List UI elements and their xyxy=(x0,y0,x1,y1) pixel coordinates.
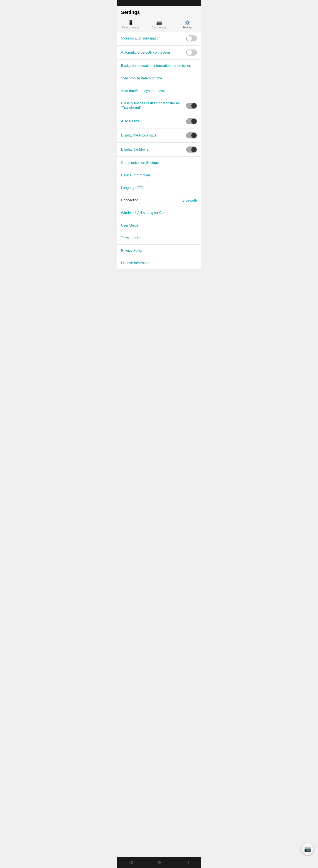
tab-settings[interactable]: ⚙️ Settings xyxy=(173,19,201,31)
connection-label: Connection xyxy=(121,198,182,203)
wireless-lan-label: Wireless LAN setting for Camera xyxy=(121,211,197,215)
connection-value: Bluetooth xyxy=(182,198,197,203)
display-raw-toggle[interactable] xyxy=(186,132,197,138)
setting-auto-date-sync[interactable]: Auto date/time synchronization xyxy=(117,85,201,97)
device-images-icon: 📱 xyxy=(128,21,134,25)
settings-list: Store location information Automatic Blu… xyxy=(117,31,201,269)
store-location-label: Store location information xyxy=(121,36,186,41)
page-title: Settings xyxy=(121,9,197,15)
setting-store-location[interactable]: Store location information xyxy=(117,31,201,45)
setting-terms[interactable]: Terms of Use xyxy=(117,232,201,245)
tab-cam-images-label: Cam images xyxy=(152,26,166,29)
auto-bluetooth-toggle[interactable] xyxy=(186,50,197,56)
setting-user-guide[interactable]: User Guide xyxy=(117,219,201,232)
classify-images-label: Classify images resized on transfer as “… xyxy=(121,101,186,110)
terms-label: Terms of Use xyxy=(121,236,197,241)
setting-classify-images[interactable]: Classify images resized on transfer as “… xyxy=(117,97,201,114)
auto-date-sync-label: Auto date/time synchronization xyxy=(121,89,197,93)
privacy-label: Privacy Policy xyxy=(121,248,197,253)
setting-device-info[interactable]: Device Information xyxy=(117,169,201,182)
setting-bg-location[interactable]: Background location information transmis… xyxy=(117,60,201,72)
auto-resize-toggle[interactable] xyxy=(186,118,197,124)
setting-connection[interactable]: Connection Bluetooth xyxy=(117,194,201,207)
setting-wireless-lan[interactable]: Wireless LAN setting for Camera xyxy=(117,207,201,219)
license-label: License Information xyxy=(121,261,197,266)
device-info-label: Device Information xyxy=(121,173,197,178)
status-bar xyxy=(117,0,201,6)
setting-display-movie[interactable]: Display the Movie xyxy=(117,143,201,157)
tab-bar: 📱 Device images 📷 Cam images ⚙️ Settings xyxy=(117,17,201,31)
setting-privacy[interactable]: Privacy Policy xyxy=(117,245,201,257)
language-label: Language/言語 xyxy=(121,186,197,190)
tab-cam-images[interactable]: 📷 Cam images xyxy=(145,19,173,31)
store-location-toggle[interactable] xyxy=(186,35,197,41)
setting-sync-date[interactable]: Synchronize date and time xyxy=(117,72,201,85)
display-movie-toggle[interactable] xyxy=(186,147,197,153)
auto-bluetooth-label: Automatic Bluetooth connection xyxy=(121,50,186,55)
setting-communication[interactable]: Communication Settings xyxy=(117,157,201,169)
display-movie-label: Display the Movie xyxy=(121,147,186,152)
settings-icon: ⚙️ xyxy=(184,21,190,25)
header: Settings xyxy=(117,6,201,17)
classify-images-toggle[interactable] xyxy=(186,103,197,109)
display-raw-label: Display the Raw image xyxy=(121,133,186,138)
sync-date-label: Synchronize date and time xyxy=(121,76,197,81)
user-guide-label: User Guide xyxy=(121,223,197,228)
setting-language[interactable]: Language/言語 xyxy=(117,182,201,194)
setting-auto-resize[interactable]: Auto Resize xyxy=(117,114,201,128)
auto-resize-label: Auto Resize xyxy=(121,119,186,124)
tab-device-images-label: Device images xyxy=(122,26,140,29)
setting-display-raw[interactable]: Display the Raw image xyxy=(117,128,201,143)
setting-license[interactable]: License Information xyxy=(117,257,201,269)
bg-location-label: Background location information transmis… xyxy=(121,64,197,68)
tab-device-images[interactable]: 📱 Device images xyxy=(117,19,145,31)
setting-auto-bluetooth[interactable]: Automatic Bluetooth connection xyxy=(117,45,201,60)
tab-settings-label: Settings xyxy=(182,26,192,29)
communication-label: Communication Settings xyxy=(121,161,197,165)
cam-images-icon: 📷 xyxy=(156,21,162,25)
